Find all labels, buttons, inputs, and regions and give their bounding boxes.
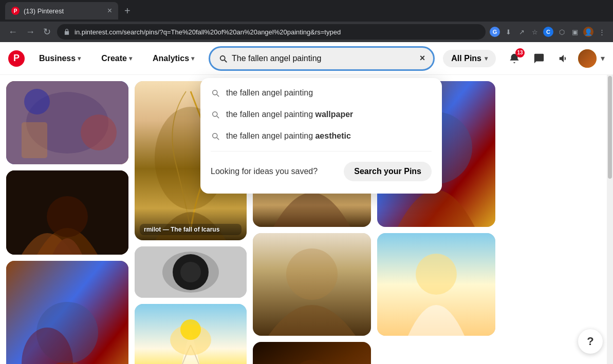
- pinterest-header: P Business ▾ Create ▾ Analytics ▾ × All …: [0, 42, 613, 75]
- business-chevron-icon: ▾: [78, 55, 81, 62]
- search-icon: [218, 54, 228, 63]
- search-dropdown: the fallen angel painting the fallen ang…: [200, 78, 442, 194]
- business-nav-item[interactable]: Business ▾: [33, 50, 87, 67]
- menu-icon[interactable]: ⋮: [597, 27, 607, 37]
- pin-image-3: [135, 246, 247, 298]
- lock-icon: [63, 28, 70, 35]
- business-label: Business: [39, 54, 76, 63]
- address-text: in.pinterest.com/search/pins/?q=The%20fa…: [75, 28, 479, 36]
- scrollbar-thumb[interactable]: [608, 76, 612, 179]
- download-icon[interactable]: ⬇: [503, 27, 513, 37]
- pin-image-5: [6, 170, 128, 255]
- pin-image-8: [6, 261, 128, 364]
- browser-chrome: P (13) Pinterest × +: [0, 0, 613, 22]
- svg-point-3: [81, 114, 117, 150]
- svg-point-15: [180, 262, 201, 282]
- account-chevron-icon[interactable]: ▾: [601, 53, 605, 63]
- analytics-chevron-icon: ▾: [191, 55, 194, 62]
- analytics-label: Analytics: [153, 54, 189, 63]
- svg-point-6: [47, 196, 88, 237]
- all-pins-chevron-icon: ▾: [485, 55, 488, 62]
- header-icons: 13 ▾: [504, 48, 605, 69]
- all-pins-label: All Pins: [451, 54, 481, 63]
- messages-button[interactable]: [529, 48, 549, 69]
- list-item[interactable]: [253, 342, 371, 364]
- scrollbar[interactable]: [607, 75, 613, 364]
- tab-close-icon[interactable]: ×: [107, 6, 112, 15]
- suggestion-text-3: the fallen angel painting aesthetic: [226, 131, 351, 141]
- search-pins-row: Looking for ideas you saved? Search your…: [200, 156, 442, 189]
- tab-favicon: P: [11, 7, 20, 15]
- chat-icon: [533, 53, 545, 64]
- notifications-button[interactable]: 13: [504, 48, 525, 69]
- svg-point-28: [416, 254, 457, 295]
- star-icon[interactable]: ☆: [530, 27, 540, 37]
- suggestion-text-3-prefix: the fallen angel painting: [226, 131, 315, 140]
- suggestion-text-1: the fallen angel painting: [226, 88, 313, 98]
- svg-rect-4: [22, 122, 47, 158]
- pin-image-11: [377, 233, 495, 336]
- volume-icon: [558, 53, 569, 64]
- browser-tab[interactable]: P (13) Pinterest ×: [5, 2, 118, 20]
- pin-image-6: [253, 233, 371, 336]
- search-clear-icon[interactable]: ×: [420, 53, 425, 64]
- list-item[interactable]: [6, 261, 128, 364]
- search-box: ×: [209, 46, 435, 71]
- google-icon[interactable]: G: [490, 27, 500, 37]
- list-item[interactable]: [6, 81, 128, 164]
- help-button[interactable]: ?: [578, 329, 603, 354]
- pin-label: rmilot — The fall of Icarus: [140, 224, 242, 235]
- address-bar[interactable]: in.pinterest.com/search/pins/?q=The%20fa…: [57, 24, 486, 40]
- profile-icon[interactable]: 👤: [583, 27, 593, 37]
- looking-for-label: Looking for ideas you saved?: [211, 167, 318, 176]
- pin-column-1: [6, 81, 128, 358]
- tab-title: (13) Pinterest: [24, 7, 103, 15]
- browser-nav: ← → ↻ in.pinterest.com/search/pins/?q=Th…: [0, 22, 613, 42]
- layout-icon[interactable]: ▣: [570, 27, 580, 37]
- create-chevron-icon: ▾: [129, 55, 132, 62]
- list-item[interactable]: [377, 233, 495, 336]
- search-input[interactable]: [232, 54, 416, 63]
- puzzle-icon[interactable]: ⬡: [556, 27, 567, 37]
- dropdown-divider: [211, 151, 432, 151]
- suggestion-text-2-bold: wallpaper: [315, 110, 353, 119]
- new-tab-button[interactable]: +: [124, 5, 131, 17]
- list-item[interactable]: [135, 304, 247, 364]
- svg-point-2: [24, 89, 50, 114]
- create-label: Create: [101, 54, 127, 63]
- logo-letter: P: [13, 53, 20, 64]
- svg-point-18: [180, 319, 201, 340]
- suggestion-item-2[interactable]: the fallen angel painting wallpaper: [200, 104, 442, 125]
- pinterest-logo[interactable]: P: [8, 50, 25, 67]
- avatar[interactable]: [578, 49, 597, 68]
- nav-forward-button[interactable]: →: [24, 25, 37, 40]
- pin-image-1: [6, 81, 128, 164]
- suggestion-item-1[interactable]: the fallen angel painting: [200, 82, 442, 104]
- pinterest-app: P Business ▾ Create ▾ Analytics ▾ × All …: [0, 42, 613, 364]
- list-item[interactable]: [135, 246, 247, 298]
- suggestion-search-icon-2: [211, 110, 220, 119]
- notification-badge: 13: [515, 48, 525, 58]
- all-pins-button[interactable]: All Pins ▾: [443, 50, 496, 67]
- pin-image-7: [135, 304, 247, 364]
- list-item[interactable]: [6, 170, 128, 255]
- create-nav-item[interactable]: Create ▾: [95, 50, 138, 67]
- browser-nav-icons: G ⬇ ↗ ☆ C ⬡ ▣ 👤 ⋮: [490, 27, 607, 37]
- suggestion-item-3[interactable]: the fallen angel painting aesthetic: [200, 125, 442, 147]
- search-your-pins-button[interactable]: Search your Pins: [344, 162, 432, 181]
- suggestion-search-icon-1: [211, 88, 220, 98]
- extension-icon[interactable]: C: [543, 27, 553, 37]
- nav-back-button[interactable]: ←: [6, 25, 20, 40]
- pin-image-9: [253, 342, 371, 364]
- list-item[interactable]: [253, 233, 371, 336]
- suggestion-search-icon-3: [211, 131, 220, 141]
- suggestion-text-3-bold: aesthetic: [315, 131, 350, 140]
- share-icon[interactable]: ↗: [516, 27, 527, 37]
- analytics-nav-item[interactable]: Analytics ▾: [146, 50, 200, 67]
- nav-refresh-button[interactable]: ↻: [41, 24, 53, 40]
- avatar-image: [578, 49, 597, 68]
- suggestion-text-2-prefix: the fallen angel painting: [226, 110, 315, 119]
- svg-point-22: [286, 248, 338, 300]
- alerts-button[interactable]: [553, 48, 574, 69]
- search-container: ×: [209, 46, 435, 71]
